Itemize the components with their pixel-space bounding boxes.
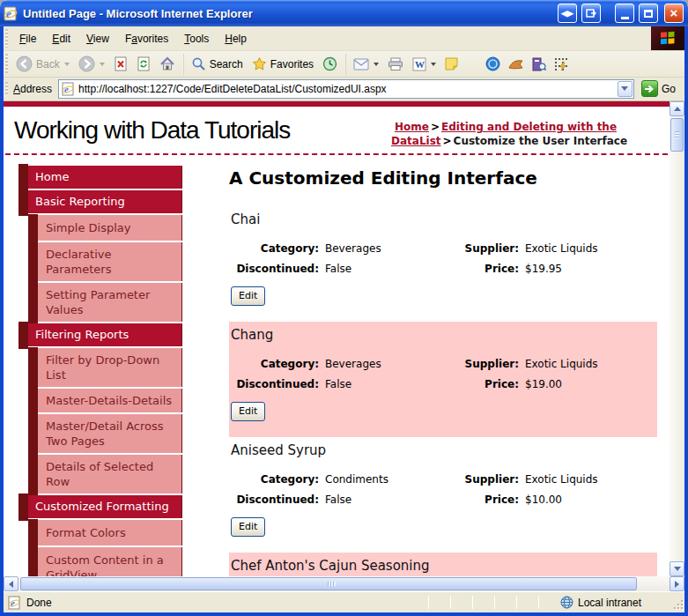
price-label: Price: — [464, 263, 519, 276]
product-item: Chef Anton's Cajun Seasoning Category: S… — [229, 553, 657, 576]
forward-button[interactable] — [74, 54, 109, 74]
messenger-icon[interactable] — [485, 56, 500, 71]
sidebar-item[interactable]: Format Colors — [38, 520, 182, 545]
go-button[interactable]: Go — [634, 80, 681, 97]
vertical-scrollbar[interactable] — [670, 101, 684, 576]
print-button[interactable] — [383, 56, 408, 73]
stop-button[interactable] — [109, 55, 132, 73]
tool-grid-icon[interactable] — [554, 57, 568, 71]
scroll-down-button[interactable] — [670, 561, 684, 576]
sidebar-item[interactable]: Filtering Reports — [28, 323, 182, 346]
breadcrumb-item[interactable]: Home — [391, 121, 429, 133]
menu-item[interactable]: File — [11, 26, 44, 50]
price-value: $10.00 — [519, 494, 652, 507]
supplier-value: Exotic Liquids — [519, 358, 652, 371]
mail-button[interactable] — [349, 56, 383, 72]
scroll-right-button[interactable] — [670, 576, 684, 591]
svg-text:e: e — [6, 7, 11, 20]
sidebar-item[interactable]: Setting Parameter Values — [38, 283, 182, 322]
sidebar-item[interactable]: Filter by Drop-Down List — [38, 348, 182, 387]
category-label: Category: — [231, 358, 319, 371]
toolbar-grip[interactable] — [5, 82, 8, 95]
minimize-button[interactable] — [615, 4, 634, 23]
dropdown-icon — [64, 63, 70, 66]
chevron-down-icon — [674, 567, 681, 571]
menu-item[interactable]: Edit — [44, 26, 78, 50]
dropdown-icon — [431, 63, 436, 66]
ie-logo-icon: e — [4, 6, 18, 21]
stop-icon — [114, 56, 128, 71]
discontinued-value: False — [319, 263, 464, 276]
history-button[interactable] — [318, 55, 342, 73]
search-button[interactable]: Search — [187, 55, 248, 73]
breadcrumb-item[interactable]: >Customize the User Interface — [441, 135, 628, 147]
horizontal-scroll-thumb[interactable] — [20, 577, 637, 590]
category-label: Category: — [231, 473, 319, 486]
menu-item[interactable]: Help — [217, 26, 255, 50]
back-button[interactable]: Back — [11, 54, 74, 74]
refresh-icon — [137, 56, 151, 71]
price-label: Price: — [464, 378, 519, 391]
scroll-left-button[interactable] — [4, 576, 18, 591]
supplier-label: Supplier: — [464, 473, 519, 486]
discontinued-value: False — [319, 378, 464, 391]
toolbar-grip[interactable] — [5, 54, 8, 74]
edit-button[interactable]: Edit — [231, 517, 265, 537]
edit-button[interactable]: Edit — [231, 402, 265, 421]
sidebar-item[interactable]: Simple Display — [38, 215, 182, 241]
go-icon — [641, 80, 658, 97]
dropdown-icon — [100, 63, 105, 66]
pan-icon[interactable]: ◀▶ — [558, 4, 577, 23]
edit-button[interactable]: Edit — [231, 286, 265, 306]
vertical-scroll-thumb[interactable] — [670, 118, 684, 152]
toolbar-grip[interactable] — [5, 29, 8, 48]
menu-item[interactable]: Favorites — [117, 26, 176, 50]
address-bar: Address e http://localhost:1227/Code/Edi… — [4, 78, 684, 101]
address-dropdown-button[interactable] — [618, 81, 633, 97]
favorites-button[interactable]: Favorites — [248, 55, 318, 73]
sidebar-item[interactable]: Master-Details-Details — [38, 389, 182, 412]
product-item: Aniseed Syrup Category: Condiments Suppl… — [229, 437, 657, 553]
resize-grip[interactable] — [671, 596, 684, 610]
sidebar-item[interactable]: Details of Selected Row — [38, 455, 182, 494]
ie-page-icon: e — [8, 596, 21, 610]
discontinued-value: False — [319, 494, 464, 507]
sidebar-item[interactable]: Master/Detail Across Two Pages — [38, 414, 182, 453]
status-text: Done — [26, 597, 52, 609]
menu-item[interactable]: Tools — [176, 26, 217, 50]
windows-flag-icon — [651, 26, 684, 50]
refresh-button[interactable] — [132, 55, 155, 73]
breadcrumb: Home>Editing and Deleting with the DataL… — [391, 115, 657, 148]
dropdown-icon — [621, 86, 628, 91]
notes-icon — [445, 57, 458, 71]
sidebar-item[interactable]: Basic Reporting — [28, 190, 182, 213]
title-bar: e Untitled Page - Microsoft Internet Exp… — [0, 0, 688, 26]
toolbar-separator — [182, 54, 184, 75]
research-icon[interactable] — [532, 57, 546, 71]
menu-bar: FileEditViewFavoritesToolsHelp — [4, 26, 684, 51]
related-icon[interactable] — [508, 58, 524, 71]
scroll-up-button[interactable] — [670, 101, 684, 116]
chevron-left-icon — [9, 581, 13, 588]
sidebar-item[interactable]: Customized Formatting — [28, 495, 182, 518]
product-name: Chai — [231, 212, 652, 228]
browser-window: e Untitled Page - Microsoft Internet Exp… — [0, 0, 688, 616]
address-url[interactable]: http://localhost:1227/Code/EditDeleteDat… — [78, 83, 614, 95]
horizontal-scrollbar[interactable] — [4, 576, 684, 591]
home-button[interactable] — [155, 55, 180, 73]
back-icon — [16, 56, 33, 72]
edit-with-word-button[interactable]: W — [408, 56, 440, 73]
close-button[interactable]: × — [664, 4, 684, 23]
menu-item[interactable]: View — [78, 26, 117, 50]
notes-button[interactable] — [440, 56, 462, 72]
favorites-icon — [252, 56, 267, 71]
sidebar-item[interactable]: Home — [28, 166, 182, 189]
popout-icon[interactable] — [581, 4, 601, 23]
address-input[interactable]: e http://localhost:1227/Code/EditDeleteD… — [58, 79, 634, 99]
sidebar-item[interactable]: Custom Content in a GridView — [38, 547, 182, 576]
category-value: Condiments — [319, 473, 464, 486]
maximize-button[interactable] — [639, 4, 658, 23]
supplier-label: Supplier: — [464, 358, 519, 371]
sidebar-item[interactable]: Declarative Parameters — [38, 242, 182, 281]
home-icon — [159, 56, 175, 71]
